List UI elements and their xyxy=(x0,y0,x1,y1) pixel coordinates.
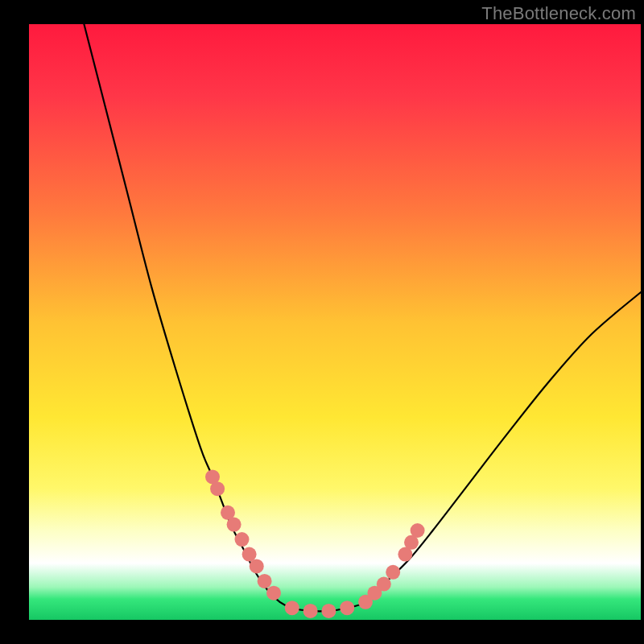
data-point xyxy=(258,574,272,588)
data-point xyxy=(234,532,249,547)
data-point xyxy=(321,604,336,618)
data-point xyxy=(386,565,400,580)
data-point xyxy=(303,604,318,618)
data-point xyxy=(285,601,299,615)
data-point xyxy=(340,601,354,615)
data-point xyxy=(377,577,391,592)
plot-background xyxy=(29,24,641,620)
bottleneck-chart xyxy=(0,0,644,644)
data-point xyxy=(250,559,264,573)
data-point xyxy=(210,481,225,496)
chart-root: TheBottleneck.com xyxy=(0,0,644,644)
data-point xyxy=(266,586,281,601)
data-point xyxy=(227,518,242,532)
attribution-text: TheBottleneck.com xyxy=(481,3,636,24)
data-point xyxy=(411,523,425,538)
